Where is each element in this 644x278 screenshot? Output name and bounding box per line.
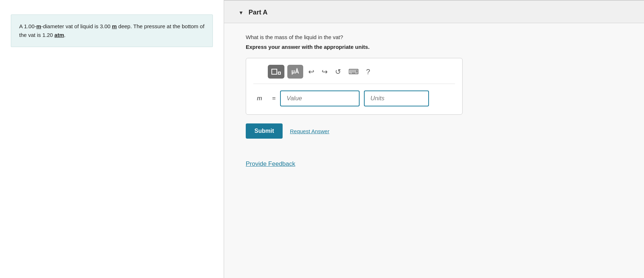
undo-button[interactable]: ↩ [306,66,317,77]
content-area: What is the mass of the liquid in the va… [224,23,644,278]
reset-button[interactable]: ↺ [333,66,343,77]
collapse-arrow-icon[interactable]: ▼ [239,10,244,16]
help-icon: ? [366,68,370,76]
right-panel: ▼ Part A What is the mass of the liquid … [224,0,644,278]
instruction-text: Express your answer with the appropriate… [246,44,630,50]
submit-button[interactable]: Submit [246,123,283,139]
redo-button[interactable]: ↪ [319,66,330,77]
undo-icon: ↩ [308,68,314,76]
question-text: What is the mass of the liquid in the va… [246,34,630,40]
template-icon [271,69,281,75]
template-button[interactable] [268,65,284,79]
template-small-square [278,72,281,75]
help-button[interactable]: ? [364,66,372,77]
part-header: ▼ Part A [224,1,644,23]
part-title: Part A [249,9,267,16]
variable-label: m [257,95,268,102]
keyboard-icon: ⌨ [348,68,359,76]
redo-icon: ↪ [322,68,328,76]
answer-box: μÅ ↩ ↪ ↺ ⌨ ? m [246,58,463,115]
problem-statement: A 1.00-m-diameter vat of liquid is 3.00 … [11,14,213,47]
input-row: m = [253,90,455,106]
unit-m-depth: m [112,23,117,29]
keyboard-button[interactable]: ⌨ [346,66,361,77]
action-row: Submit Request Answer [246,123,630,139]
reset-icon: ↺ [335,68,341,76]
unit-atm: atm [55,32,64,38]
left-panel: A 1.00-m-diameter vat of liquid is 3.00 … [0,0,224,278]
template-big-square [271,69,277,75]
unit-m-diameter: m [37,23,41,29]
unit-icon: μÅ [291,68,299,75]
provide-feedback-button[interactable]: Provide Feedback [246,160,295,168]
unit-button[interactable]: μÅ [287,65,303,79]
toolbar: μÅ ↩ ↪ ↺ ⌨ ? [253,65,455,84]
equals-sign: = [272,95,276,102]
request-answer-button[interactable]: Request Answer [290,128,329,134]
value-input[interactable] [280,90,360,106]
feedback-section: Provide Feedback [246,160,630,168]
units-input[interactable] [364,90,429,106]
